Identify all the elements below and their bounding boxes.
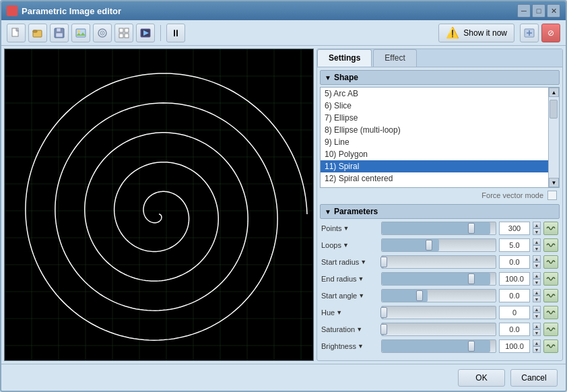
export-button[interactable] — [520, 24, 539, 42]
shape-item[interactable]: 9) Line — [321, 136, 548, 148]
param-spin-up-7[interactable]: ▲ — [533, 339, 541, 346]
param-spin-down-7[interactable]: ▼ — [533, 346, 541, 353]
shape-item[interactable]: 7) Ellipse — [321, 112, 548, 124]
param-wave-btn-1[interactable] — [543, 238, 558, 252]
param-value-1[interactable]: 5.0 — [499, 238, 530, 252]
param-slider-thumb-7[interactable] — [468, 341, 475, 352]
show-now-button[interactable]: ⚠️ Show it now — [438, 24, 514, 42]
new-button[interactable] — [7, 24, 26, 42]
cancel-button[interactable]: Cancel — [510, 369, 558, 387]
param-label-0[interactable]: Points ▼ — [321, 224, 378, 232]
param-slider-1[interactable] — [381, 238, 496, 252]
param-slider-thumb-4[interactable] — [416, 290, 423, 301]
param-spin-down-5[interactable]: ▼ — [533, 313, 541, 319]
shape-item[interactable]: 13) SnowStar — [321, 185, 548, 188]
param-value-6[interactable]: 0.0 — [499, 323, 530, 336]
shape-item[interactable]: 11) Spiral — [321, 160, 548, 172]
param-label-3[interactable]: End radius ▼ — [321, 275, 378, 283]
param-spin-down-6[interactable]: ▼ — [533, 329, 541, 336]
param-wave-btn-5[interactable] — [543, 306, 558, 319]
param-slider-thumb-1[interactable] — [426, 240, 432, 251]
param-spin-down-4[interactable]: ▼ — [533, 296, 541, 302]
param-slider-7[interactable] — [381, 339, 496, 353]
param-wave-btn-6[interactable] — [543, 323, 558, 336]
param-dropdown-icon-6[interactable]: ▼ — [356, 326, 362, 333]
param-value-2[interactable]: 0.0 — [499, 255, 530, 269]
render-button[interactable] — [136, 24, 155, 42]
maximize-button[interactable]: □ — [532, 4, 545, 18]
pause-button[interactable]: ⏸ — [166, 24, 185, 42]
param-slider-thumb-5[interactable] — [380, 307, 387, 318]
param-dropdown-icon-5[interactable]: ▼ — [336, 309, 342, 316]
param-dropdown-icon-4[interactable]: ▼ — [358, 292, 364, 299]
param-dropdown-icon-7[interactable]: ▼ — [358, 343, 364, 350]
param-slider-2[interactable] — [381, 255, 496, 269]
param-slider-6[interactable] — [381, 323, 496, 336]
tab-effect[interactable]: Effect — [373, 49, 416, 67]
param-spin-down-3[interactable]: ▼ — [533, 279, 541, 286]
param-dropdown-icon-3[interactable]: ▼ — [358, 275, 364, 282]
force-vector-checkbox[interactable] — [547, 191, 557, 200]
param-spin-up-2[interactable]: ▲ — [533, 255, 541, 262]
scrollbar-up[interactable]: ▲ — [549, 88, 559, 97]
param-spin-up-4[interactable]: ▲ — [533, 289, 541, 296]
params-section-header[interactable]: ▼ Parameters — [320, 204, 560, 219]
param-spin-down-1[interactable]: ▼ — [533, 245, 541, 252]
save-button[interactable] — [50, 24, 69, 42]
ok-button[interactable]: OK — [458, 369, 505, 387]
param-wave-btn-7[interactable] — [543, 339, 558, 353]
param-spin-up-3[interactable]: ▲ — [533, 272, 541, 279]
minimize-button[interactable]: ─ — [517, 4, 531, 18]
param-wave-btn-2[interactable] — [543, 255, 558, 269]
param-slider-thumb-0[interactable] — [468, 223, 475, 234]
shape-section-header[interactable]: ▼ Shape — [320, 70, 560, 85]
param-wave-btn-0[interactable] — [543, 222, 558, 235]
picture-button[interactable] — [93, 24, 112, 42]
param-value-7[interactable]: 100.0 — [499, 339, 530, 353]
param-slider-4[interactable] — [381, 289, 496, 302]
main-window: Parametric Image editor ─ □ ✕ — [0, 0, 567, 392]
param-label-2[interactable]: Start radius ▼ — [321, 258, 378, 266]
param-label-1[interactable]: Loops ▼ — [321, 241, 378, 249]
param-value-3[interactable]: 100.0 — [499, 272, 530, 286]
param-slider-thumb-3[interactable] — [468, 273, 475, 284]
param-slider-5[interactable] — [381, 306, 496, 319]
param-dropdown-icon-0[interactable]: ▼ — [343, 225, 349, 232]
param-spin-up-5[interactable]: ▲ — [533, 306, 541, 313]
param-spin-down-0[interactable]: ▼ — [533, 228, 541, 235]
param-value-0[interactable]: 300 — [499, 222, 530, 235]
param-label-5[interactable]: Hue ▼ — [321, 308, 378, 317]
param-label-6[interactable]: Saturation ▼ — [321, 325, 378, 333]
param-slider-thumb-6[interactable] — [380, 324, 387, 335]
param-slider-0[interactable] — [381, 222, 496, 235]
param-value-5[interactable]: 0 — [499, 306, 530, 319]
scrollbar-thumb[interactable] — [549, 100, 558, 119]
param-spin-up-1[interactable]: ▲ — [533, 238, 541, 245]
image-button[interactable] — [71, 24, 90, 42]
param-spin-up-0[interactable]: ▲ — [533, 222, 541, 228]
param-label-7[interactable]: Brightness ▼ — [321, 342, 378, 350]
stop-button[interactable]: ⊘ — [541, 24, 560, 42]
param-slider-3[interactable] — [381, 272, 496, 286]
param-wave-btn-3[interactable] — [543, 272, 558, 286]
shape-item[interactable]: 8) Ellipse (multi-loop) — [321, 124, 548, 136]
close-button[interactable]: ✕ — [547, 4, 560, 18]
param-row: Start radius ▼ 0.0 ▲ ▼ — [320, 255, 560, 269]
scrollbar-down[interactable]: ▼ — [549, 178, 559, 187]
param-label-4[interactable]: Start angle ▼ — [321, 292, 378, 300]
shape-item[interactable]: 10) Polygon — [321, 148, 548, 160]
shape-item[interactable]: 5) Arc AB — [321, 88, 548, 100]
param-dropdown-icon-2[interactable]: ▼ — [360, 259, 366, 265]
param-slider-thumb-2[interactable] — [380, 257, 387, 267]
param-spin-down-2[interactable]: ▼ — [533, 262, 541, 269]
param-value-4[interactable]: 0.0 — [499, 289, 530, 302]
shape-list[interactable]: 5) Arc AB6) Slice7) Ellipse8) Ellipse (m… — [320, 87, 560, 188]
param-dropdown-icon-1[interactable]: ▼ — [343, 242, 349, 249]
shape-item[interactable]: 6) Slice — [321, 100, 548, 112]
shape-item[interactable]: 12) Spiral centered — [321, 172, 548, 185]
param-wave-btn-4[interactable] — [543, 289, 558, 302]
open-button[interactable] — [28, 24, 47, 42]
tab-settings[interactable]: Settings — [317, 49, 372, 67]
param-spin-up-6[interactable]: ▲ — [533, 323, 541, 329]
grid-button[interactable] — [114, 24, 133, 42]
